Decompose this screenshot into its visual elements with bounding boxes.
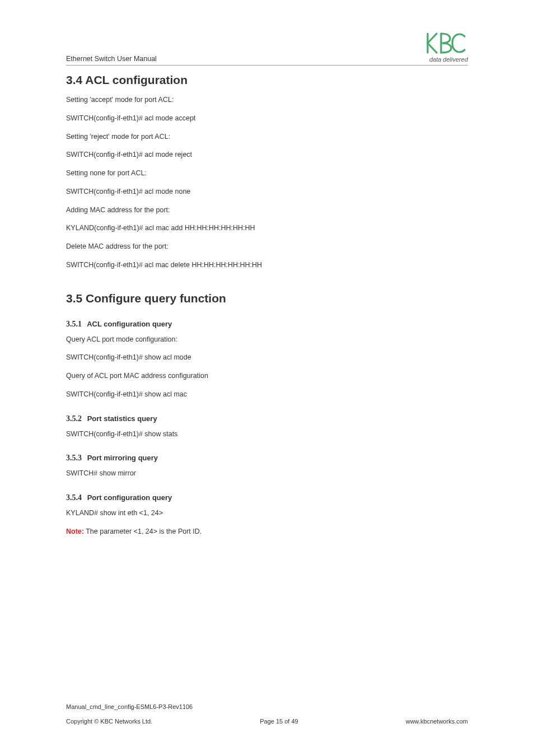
body-text: SWITCH(config-if-eth1)# acl mode accept [66,113,468,124]
section-3-5-heading: 3.5 Configure query function [66,292,468,305]
logo-block: data delivered [424,31,468,63]
body-text: SWITCH(config-if-eth1)# acl mode reject [66,150,468,160]
subsection-number: 3.5.2 [66,414,82,423]
subsection-3-5-1-heading: 3.5.1 ACL configuration query [66,320,468,329]
body-text: SWITCH(config-if-eth1)# acl mode none [66,186,468,197]
subsection-title: Port mirroring query [87,454,158,462]
body-text: Setting 'accept' mode for port ACL: [66,95,468,105]
body-text: SWITCH(config-if-eth1)# show stats [66,429,468,440]
footer-page-number: Page 15 of 49 [260,718,298,725]
body-text: Adding MAC address for the port: [66,205,468,216]
subsection-number: 3.5.4 [66,493,82,502]
subsection-title: Port configuration query [87,493,172,502]
note-line: Note: The parameter <1, 24> is the Port … [66,526,468,537]
body-text: Delete MAC address for the port: [66,241,468,252]
footer-filename: Manual_cmd_line_config-ESML6-P3-Rev1106 [66,703,468,710]
note-label: Note: [66,528,84,535]
body-text: Query ACL port mode configuration: [66,334,468,345]
body-text: KYLAND# show int eth <1, 24> [66,508,468,519]
footer-url: www.kbcnetworks.com [406,718,468,725]
page-header: Ethernet Switch User Manual data deliver… [66,31,468,66]
page-footer: Manual_cmd_line_config-ESML6-P3-Rev1106 … [66,703,468,725]
subsection-title: Port statistics query [87,414,157,423]
body-text: SWITCH# show mirror [66,468,468,479]
subsection-number: 3.5.3 [66,454,82,463]
note-text: The parameter <1, 24> is the Port ID. [84,528,202,535]
subsection-number: 3.5.1 [66,320,82,329]
subsection-3-5-2-heading: 3.5.2 Port statistics query [66,414,468,423]
header-title: Ethernet Switch User Manual [66,55,157,63]
footer-copyright: Copyright © KBC Networks Ltd. [66,718,152,725]
body-text: Setting 'reject' mode for port ACL: [66,132,468,142]
logo-tagline: data delivered [424,56,468,63]
body-text: SWITCH(config-if-eth1)# show acl mac [66,389,468,400]
subsection-3-5-4-heading: 3.5.4 Port configuration query [66,493,468,502]
subsection-title: ACL configuration query [87,320,172,328]
body-text: KYLAND(config-if-eth1)# acl mac add HH:H… [66,223,468,234]
kbc-logo-icon [424,31,468,55]
section-3-4-heading: 3.4 ACL configuration [66,73,468,87]
body-text: Query of ACL port MAC address configurat… [66,371,468,381]
body-text: Setting none for port ACL: [66,168,468,179]
subsection-3-5-3-heading: 3.5.3 Port mirroring query [66,454,468,463]
body-text: SWITCH(config-if-eth1)# acl mac delete H… [66,260,468,270]
body-text: SWITCH(config-if-eth1)# show acl mode [66,352,468,363]
